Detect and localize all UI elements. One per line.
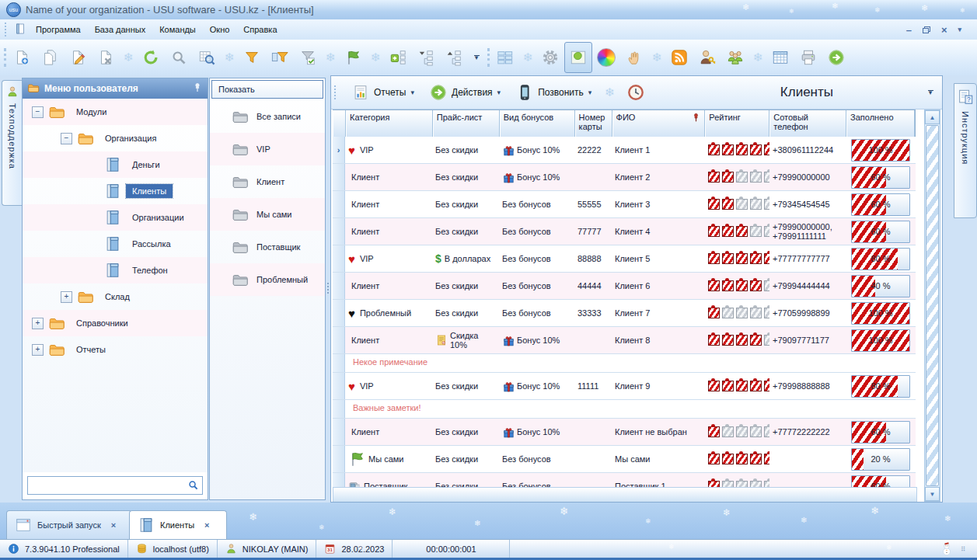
gear-button[interactable] [536, 42, 564, 73]
client-row-Клиент 5[interactable]: ♥VIP$В долларахБез бонусов88888Клиент 5+… [333, 245, 916, 273]
column-header-Категория[interactable]: Категория [346, 110, 433, 137]
row-selector[interactable] [333, 273, 345, 299]
tree-item-Отчеты[interactable]: +Отчеты [23, 336, 208, 363]
tree-item-Модули[interactable]: −Модули [23, 99, 208, 125]
users-button[interactable] [721, 42, 749, 73]
doc-delete-button[interactable] [92, 42, 120, 73]
row-selector[interactable] [333, 327, 345, 353]
hand-button[interactable] [620, 42, 648, 73]
refresh-button[interactable] [137, 42, 165, 73]
column-header-Заполнено[interactable]: Заполнено [846, 110, 915, 137]
row-selector[interactable]: › [333, 137, 345, 163]
color-wheel-button[interactable] [592, 42, 620, 73]
client-row-Клиент 4[interactable]: КлиентБез скидкиБез бонусов77777Клиент 4… [333, 218, 916, 245]
clock-button[interactable] [621, 81, 651, 104]
map-button[interactable] [564, 42, 592, 73]
search-button[interactable] [165, 42, 193, 73]
client-row-Клиент 7[interactable]: ♥ПроблемныйБез скидкиБез бонусов33333Кли… [333, 300, 916, 327]
filter-item-Проблемный[interactable]: Проблемный [210, 263, 325, 296]
search-icon[interactable] [187, 479, 199, 492]
tree-item-Рассылка[interactable]: Рассылка [23, 231, 208, 257]
flag-button[interactable] [339, 42, 367, 73]
menubar-more-button[interactable]: ▾ [958, 26, 961, 33]
panel-splitter[interactable] [325, 78, 330, 499]
client-row-Клиент 1[interactable]: ›♥VIPБез скидкиБонус 10%22222Клиент 1+38… [333, 137, 916, 164]
scroll-up-button[interactable]: ▲ [925, 110, 940, 124]
row-selector[interactable] [333, 300, 345, 326]
row-selector[interactable] [333, 419, 345, 445]
pin-icon[interactable] [192, 82, 203, 96]
client-row-Клиент не выбран[interactable]: КлиентБез скидкиБонус 10%Клиент не выбра… [333, 419, 916, 446]
client-row-Поставщик 1[interactable]: ПоставщикБез скидкиБез бонусовПоставщик … [333, 473, 916, 488]
doc-tab-Быстрый запуск[interactable]: Быстрый запуск× [6, 510, 132, 539]
restore-button[interactable] [923, 26, 930, 33]
tree-search-input[interactable] [31, 480, 187, 491]
row-selector[interactable] [333, 373, 345, 399]
menu-item-4[interactable]: Окно [203, 22, 237, 37]
go-button[interactable] [822, 42, 850, 73]
tree-item-Организация[interactable]: −Организация [23, 125, 208, 151]
tab-instruction[interactable]: ? Инструкция [954, 83, 977, 218]
row-selector[interactable] [333, 218, 345, 245]
doc-copy-button[interactable] [36, 42, 64, 73]
funnel-button[interactable] [238, 42, 266, 73]
tree-item-Организации[interactable]: Организации [23, 204, 208, 231]
search-grid-button[interactable] [193, 42, 221, 73]
menu-item-1[interactable]: Программа [29, 22, 88, 37]
clients-toolbar-overflow-button[interactable]: ▾ [924, 79, 937, 106]
column-header-Рейтинг[interactable]: Рейтинг [705, 110, 769, 137]
row-selector[interactable] [333, 191, 345, 217]
действия-button[interactable]: Действия▾ [424, 81, 507, 104]
doc-tab-Клиенты[interactable]: Клиенты× [129, 510, 227, 539]
filter-item-Поставщик[interactable]: Поставщик [210, 231, 325, 263]
funnel-check-button[interactable] [294, 42, 322, 73]
expand-icon[interactable]: + [32, 318, 44, 329]
menu-item-3[interactable]: Команды [152, 22, 203, 37]
rss-button[interactable] [665, 42, 693, 73]
client-row-Клиент 6[interactable]: КлиентБез скидкиБез бонусов44444Клиент 6… [333, 273, 916, 300]
column-header-Номер карты[interactable]: Номер карты [575, 110, 612, 137]
user-key-button[interactable] [693, 42, 721, 73]
scrollbar-thumb[interactable] [926, 125, 939, 486]
expand-icon[interactable]: + [61, 291, 72, 303]
resize-grip[interactable]: ⠿ [961, 546, 966, 553]
minimize-button[interactable]: – [906, 24, 912, 36]
menu-item-2[interactable]: База данных [88, 22, 153, 37]
tree-item-Склад[interactable]: +Склад [23, 283, 208, 310]
client-row-Клиент 9[interactable]: ♥VIPБез скидкиБонус 10%11111Клиент 9+799… [333, 373, 916, 400]
client-row-Мы сами[interactable]: Мы самиБез скидкиБез бонусовМы сами20 % [333, 446, 916, 473]
filter-item-Мы сами[interactable]: Мы сами [210, 198, 325, 231]
filter-item-Клиент[interactable]: Клиент [210, 165, 325, 198]
collapse-icon[interactable]: − [32, 106, 44, 118]
doc-add-button[interactable] [8, 42, 36, 73]
menu-item-5[interactable]: Справка [236, 22, 284, 37]
tree-item-Справочники[interactable]: +Справочники [23, 310, 208, 336]
close-button[interactable]: × [941, 24, 947, 36]
doc-edit-button[interactable] [64, 42, 92, 73]
column-header-ФИО[interactable]: ФИО [612, 110, 706, 137]
row-selector[interactable] [333, 164, 345, 190]
scroll-down-button[interactable]: ▼ [925, 487, 940, 501]
filter-item-VIP[interactable]: VIP [210, 133, 325, 165]
close-icon[interactable]: × [204, 520, 209, 530]
row-selector[interactable] [333, 473, 345, 488]
table-button[interactable] [766, 42, 794, 73]
toolbar-overflow-button[interactable]: ▾ [470, 44, 483, 71]
tab-support[interactable]: Техподдержка [2, 80, 23, 206]
column-header-Вид бонусов[interactable]: Вид бонусов [500, 110, 575, 137]
client-row-Клиент 2[interactable]: КлиентБез скидкиБонус 10%Клиент 2+799900… [333, 164, 916, 191]
позвонить-button[interactable]: Позвонить▾ [510, 81, 598, 104]
client-row-Клиент 8[interactable]: КлиентСкидка 10%Бонус 10%Клиент 8+790977… [333, 327, 916, 354]
layout-grid-button[interactable] [491, 42, 519, 73]
expand-node-button[interactable] [384, 42, 412, 73]
row-selector[interactable] [333, 446, 345, 472]
tree-item-Клиенты[interactable]: Клиенты [23, 178, 208, 204]
expand-icon[interactable]: + [32, 344, 44, 356]
row-selector[interactable] [333, 245, 345, 272]
printer-button[interactable] [794, 42, 822, 73]
tree-collapse-button[interactable] [412, 42, 440, 73]
отчеты-button[interactable]: Отчеты▾ [346, 81, 420, 104]
column-header-Сотовый телефон[interactable]: Сотовый телефон [769, 110, 846, 137]
tree-item-Телефон[interactable]: Телефон [23, 257, 208, 283]
column-header-Прайс-лист[interactable]: Прайс-лист [433, 110, 500, 137]
